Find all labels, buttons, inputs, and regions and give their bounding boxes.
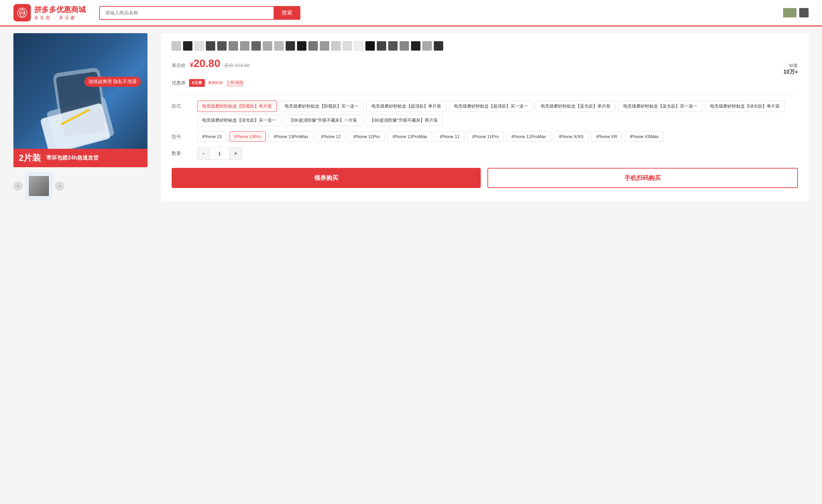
model-tag-5[interactable]: iPhone 12ProMax [388, 131, 432, 142]
quantity-label: 数量 [172, 150, 192, 156]
svg-point-3 [24, 13, 25, 14]
style-tag-9[interactable]: 【8K超清防爆*升级不藏灰】两片装 [365, 115, 443, 126]
color-swatch-6[interactable] [240, 41, 249, 51]
model-tag-6[interactable]: iPhone 11 [435, 131, 465, 142]
sales-count: 销量 10万+ [783, 63, 798, 76]
header: 拼多多优惠商城 多实惠 · 多乐趣 搜索 [0, 0, 822, 26]
style-tag-1[interactable]: 电竞级磨砂秒贴盒【防窥款】买一送一 [280, 101, 364, 112]
color-swatch-10[interactable] [286, 41, 295, 51]
badge-2pcs: 2片装 [19, 152, 41, 164]
color-swatch-13[interactable] [320, 41, 329, 51]
coupon-buy-btn[interactable]: 领券购买 [172, 168, 481, 188]
quantity-input[interactable] [210, 147, 230, 160]
model-option-row: 型号 iPhone 13iPhone 13ProiPhone 13ProMaxi… [172, 131, 798, 142]
price-original: 原价 ¥24.80 [224, 63, 249, 69]
color-swatch-4[interactable] [217, 41, 227, 51]
menu-icon[interactable] [799, 8, 809, 17]
price-row: 券后价 ¥20.80 原价 ¥24.80 销量 10万+ [172, 57, 798, 76]
header-right [783, 8, 809, 17]
svg-point-2 [20, 13, 21, 14]
style-tag-3[interactable]: 电竞级磨砂秒贴盒【超清款】买一送一 [449, 101, 533, 112]
color-swatch-20[interactable] [400, 41, 409, 51]
color-swatch-21[interactable] [411, 41, 420, 51]
style-tag-6[interactable]: 电竞级磨砂秒贴盒【绿光款】单片装 [705, 101, 785, 112]
thumbnail-1[interactable] [25, 173, 52, 199]
main-content: 游戏超爽滑 隐私不泄露 2片装 寄坏包赔24h急速发货 ‹ › 券后价 ¥20.… [0, 26, 822, 207]
user-avatar[interactable] [783, 8, 797, 17]
coupon-claim-btn[interactable]: 立即领取 [226, 80, 244, 86]
search-area: 搜索 [99, 6, 300, 20]
color-swatch-5[interactable] [229, 41, 238, 51]
color-swatch-18[interactable] [377, 41, 386, 51]
color-swatch-23[interactable] [434, 41, 443, 51]
price-value: 20.80 [193, 57, 220, 69]
logo-subtitle: 多实惠 · 多乐趣 [34, 15, 86, 21]
color-swatch-3[interactable] [206, 41, 215, 51]
style-option-row: 款式 电竞级磨砂秒贴盒【防窥款】单片装电竞级磨砂秒贴盒【防窥款】买一送一电竞级磨… [172, 101, 798, 126]
color-swatch-7[interactable] [251, 41, 261, 51]
color-swatch-1[interactable] [183, 41, 192, 51]
logo-icon [13, 4, 31, 21]
next-thumbnail-btn[interactable]: › [55, 181, 64, 191]
style-tag-8[interactable]: 【8K超清防爆*升级不藏灰】一片装 [284, 115, 362, 126]
coupon-remain: 剩800张 [208, 80, 223, 86]
search-input[interactable] [99, 6, 274, 20]
svg-point-1 [22, 10, 23, 11]
model-tag-0[interactable]: iPhone 13 [197, 131, 227, 142]
price-yuan-symbol: ¥ [190, 61, 193, 68]
model-tag-4[interactable]: iPhone 12Pro [348, 131, 385, 142]
price-original-label: 原价 [224, 63, 234, 68]
search-button[interactable]: 搜索 [274, 6, 300, 20]
style-tag-4[interactable]: 电竞级磨砂秒贴盒【蓝光款】单片装 [536, 101, 615, 112]
model-tag-2[interactable]: iPhone 13ProMax [269, 131, 313, 142]
sales-label: 销量 [783, 63, 798, 69]
model-tag-1[interactable]: iPhone 13Pro [230, 131, 266, 142]
badge-shipping: 寄坏包赔24h急速发货 [46, 154, 99, 162]
coupon-row: 优惠券 4元券 剩800张 立即领取 [172, 79, 798, 87]
model-tag-7[interactable]: iPhone 11Pro [467, 131, 504, 142]
action-buttons: 领券购买 手机扫码购买 [172, 168, 798, 188]
product-detail: 券后价 ¥20.80 原价 ¥24.80 销量 10万+ 优惠券 4元券 剩80… [161, 33, 809, 201]
logo-area: 拼多多优惠商城 多实惠 · 多乐趣 [13, 4, 86, 21]
color-swatch-14[interactable] [331, 41, 341, 51]
color-swatch-17[interactable] [365, 41, 375, 51]
color-swatch-8[interactable] [263, 41, 272, 51]
color-swatch-16[interactable] [354, 41, 363, 51]
quantity-plus-btn[interactable]: + [230, 147, 242, 160]
color-swatch-12[interactable] [308, 41, 318, 51]
main-product-image: 游戏超爽滑 隐私不泄露 2片装 寄坏包赔24h急速发货 [13, 33, 148, 167]
model-tags: iPhone 13iPhone 13ProiPhone 13ProMaxiPho… [197, 131, 798, 142]
product-gallery: 游戏超爽滑 隐私不泄露 2片装 寄坏包赔24h急速发货 ‹ › [13, 33, 154, 201]
price-label: 券后价 [172, 63, 186, 69]
color-swatch-15[interactable] [343, 41, 352, 51]
color-swatch-11[interactable] [297, 41, 306, 51]
prev-thumbnail-btn[interactable]: ‹ [13, 181, 23, 191]
style-tag-0[interactable]: 电竞级磨砂秒贴盒【防窥款】单片装 [197, 101, 277, 112]
model-label: 型号 [172, 131, 192, 140]
game-badge: 游戏超爽滑 隐私不泄露 [84, 77, 141, 87]
thumbnail-row: ‹ › [13, 171, 154, 201]
color-swatch-2[interactable] [194, 41, 204, 51]
color-swatch-22[interactable] [422, 41, 432, 51]
model-tag-8[interactable]: iPhone 11ProMax [507, 131, 551, 142]
color-swatch-0[interactable] [172, 41, 181, 51]
product-overlay: 2片装 寄坏包赔24h急速发货 [13, 149, 148, 167]
model-tag-11[interactable]: iPhone XSMax [625, 131, 664, 142]
coupon-tag: 4元券 [189, 79, 205, 87]
color-swatch-9[interactable] [274, 41, 284, 51]
divider-1 [172, 95, 798, 95]
model-tag-9[interactable]: iPhone X/XS [554, 131, 589, 142]
style-tag-5[interactable]: 电竞级磨砂秒贴盒【蓝光款】买一送一 [618, 101, 702, 112]
style-tag-2[interactable]: 电竞级磨砂秒贴盒【超清款】单片装 [366, 101, 446, 112]
model-tag-10[interactable]: iPhone XR [591, 131, 622, 142]
logo-title: 拼多多优惠商城 [34, 5, 86, 15]
color-swatches [172, 41, 798, 51]
logo-text: 拼多多优惠商城 多实惠 · 多乐趣 [34, 5, 86, 21]
style-label: 款式 [172, 101, 192, 109]
quantity-minus-btn[interactable]: - [197, 147, 210, 160]
color-swatch-19[interactable] [388, 41, 398, 51]
quantity-control: - + [197, 147, 242, 160]
style-tag-7[interactable]: 电竞级磨砂秒贴盒【绿光款】买一送一 [197, 115, 281, 126]
scan-buy-btn[interactable]: 手机扫码购买 [487, 168, 798, 188]
model-tag-3[interactable]: iPhone 12 [316, 131, 346, 142]
